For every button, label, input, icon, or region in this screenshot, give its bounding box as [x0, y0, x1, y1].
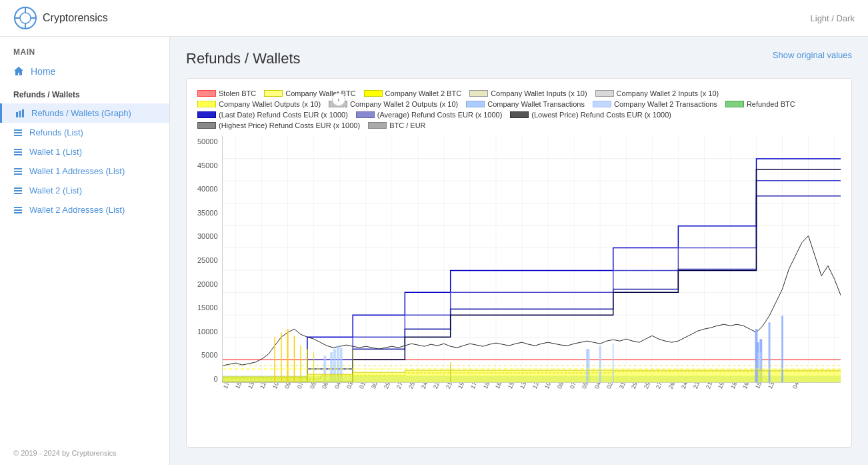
svg-rect-22: [14, 209, 22, 211]
list-icon: [13, 186, 23, 195]
svg-rect-18: [14, 187, 22, 189]
chart-legend: Stolen BTC Company Wallet BTC Company Wa…: [197, 89, 841, 129]
sidebar-section-label: Refunds / Wallets: [0, 82, 169, 103]
sidebar-footer: © 2019 - 2024 by Cryptorensics: [0, 441, 169, 465]
show-original-values-link[interactable]: Show original values: [773, 50, 852, 60]
svg-rect-14: [14, 154, 22, 155]
logo-icon: [13, 6, 37, 30]
legend-item-refunded-btc: Refunded BTC: [725, 100, 795, 108]
legend-item-last-date-refund-costs: (Last Date) Refund Costs EUR (x 1000): [197, 111, 348, 119]
legend-item-highest-price-refund-costs: (Highest Price) Refund Costs EUR (x 1000…: [197, 121, 360, 129]
sidebar: Main Home Refunds / Wallets Refunds / Wa…: [0, 37, 170, 465]
svg-rect-12: [14, 149, 22, 150]
sidebar-collapse-button[interactable]: ‹: [332, 93, 345, 106]
svg-rect-16: [14, 171, 22, 172]
legend-item-company-wallet2-transactions: Company Wallet 2 Transactions: [593, 100, 717, 108]
app-name: Cryptorensics: [43, 12, 108, 24]
svg-rect-19: [14, 190, 22, 191]
svg-rect-11: [14, 135, 22, 136]
sidebar-item-label: Wallet 1 Addresses (List): [29, 166, 125, 176]
chart-svg: [222, 136, 841, 383]
y-axis: 50000 45000 40000 35000 30000 25000 2000…: [197, 136, 222, 383]
bar-chart-icon: [15, 109, 25, 118]
sidebar-main-label: Main: [0, 37, 169, 61]
chart-container: Stolen BTC Company Wallet BTC Company Wa…: [186, 78, 852, 448]
legend-item-lowest-price-refund-costs: (Lowest Price) Refund Costs EUR (x 1000): [510, 111, 671, 119]
svg-point-1: [20, 13, 31, 23]
svg-rect-7: [19, 111, 21, 117]
main-layout: Main Home Refunds / Wallets Refunds / Wa…: [0, 37, 868, 465]
legend-item-company-wallet-transactions: Company Wallet Transactions: [466, 100, 585, 108]
legend-item-company-wallet2-btc: Company Wallet 2 BTC: [364, 89, 462, 97]
svg-rect-20: [14, 193, 22, 194]
list-icon: [13, 147, 23, 157]
sidebar-item-refunds-list[interactable]: Refunds (List): [0, 123, 169, 142]
sidebar-item-label: Wallet 2 Addresses (List): [29, 205, 125, 215]
top-bar: Cryptorensics Light / Dark: [0, 0, 868, 37]
sidebar-item-label: Wallet 2 (List): [29, 185, 82, 195]
list-icon: [13, 167, 23, 176]
sidebar-item-wallet1-list[interactable]: Wallet 1 (List): [0, 142, 169, 161]
svg-rect-17: [14, 173, 22, 175]
legend-item-btc-eur: BTC / EUR: [368, 121, 425, 129]
x-axis: 17.07.2017 15.08.2017 13.09.2017 12.10.2…: [222, 383, 841, 436]
theme-toggle[interactable]: Light / Dark: [811, 13, 855, 23]
svg-rect-15: [14, 168, 22, 169]
sidebar-item-home[interactable]: Home: [0, 61, 169, 82]
legend-item-stolen-btc: Stolen BTC: [197, 89, 256, 97]
sidebar-item-wallet2-addresses-list[interactable]: Wallet 2 Addresses (List): [0, 200, 169, 219]
sidebar-item-label: Refunds (List): [29, 127, 83, 137]
sidebar-item-wallet1-addresses-list[interactable]: Wallet 1 Addresses (List): [0, 161, 169, 181]
svg-rect-13: [14, 151, 22, 153]
svg-rect-21: [14, 207, 22, 208]
home-icon: [13, 66, 24, 77]
list-icon: [13, 205, 23, 215]
svg-rect-23: [14, 212, 22, 213]
sidebar-item-label: Wallet 1 (List): [29, 147, 82, 157]
theme-toggle-label[interactable]: Light / Dark: [811, 13, 855, 23]
list-icon: [13, 128, 23, 137]
logo: Cryptorensics: [13, 6, 108, 30]
svg-rect-10: [14, 132, 22, 133]
sidebar-home-label: Home: [31, 66, 55, 77]
sidebar-item-refunds-wallets-graph[interactable]: Refunds / Wallets (Graph): [0, 103, 169, 123]
svg-rect-8: [22, 109, 24, 117]
sidebar-item-label: Refunds / Wallets (Graph): [31, 108, 131, 118]
content-area: Show original values Refunds / Wallets S…: [170, 37, 868, 461]
legend-item-company-wallet-inputs: Company Wallet Inputs (x 10): [469, 89, 587, 97]
chart-with-axis: 50000 45000 40000 35000 30000 25000 2000…: [197, 136, 841, 436]
svg-rect-6: [16, 112, 18, 117]
page-title: Refunds / Wallets: [186, 50, 852, 67]
sidebar-item-wallet2-list[interactable]: Wallet 2 (List): [0, 181, 169, 200]
svg-rect-9: [14, 129, 22, 131]
legend-item-average-refund-costs: (Average) Refund Costs EUR (x 1000): [356, 111, 503, 119]
legend-item-company-wallet-outputs: Company Wallet Outputs (x 10): [197, 100, 321, 108]
chart-plot-area: 17.07.2017 15.08.2017 13.09.2017 12.10.2…: [222, 136, 841, 436]
legend-item-company-wallet2-inputs: Company Wallet 2 Inputs (x 10): [595, 89, 719, 97]
legend-item-company-wallet2-outputs: Company Wallet 2 Outputs (x 10): [329, 100, 458, 108]
